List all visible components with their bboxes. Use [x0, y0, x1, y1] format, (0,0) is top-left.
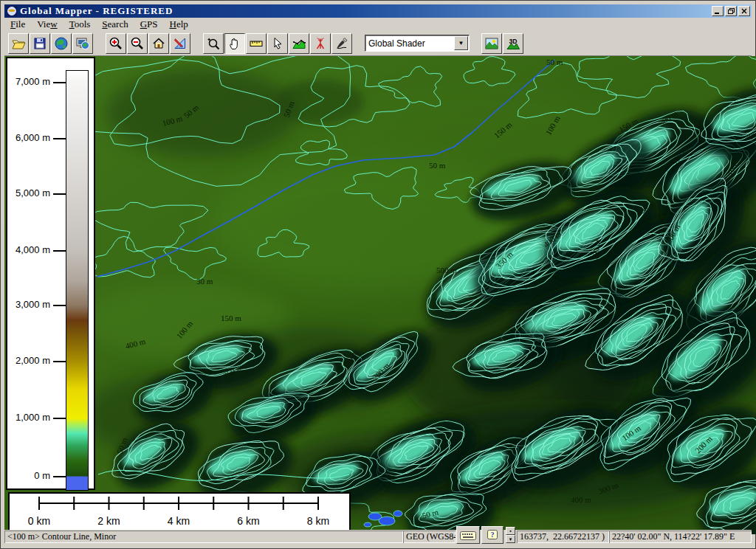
- open-file-icon: [11, 36, 26, 51]
- scale-bar-graphic: 0 km2 km4 km6 km8 km: [10, 494, 349, 530]
- toolbar-group-zoom: [106, 33, 191, 54]
- close-button[interactable]: [738, 6, 750, 16]
- legend-tick-line: [53, 82, 66, 83]
- zoom-in-button[interactable]: [106, 33, 126, 54]
- full-view-button[interactable]: [148, 33, 169, 54]
- minimize-icon: [715, 9, 721, 14]
- path-profile-tool-icon: [292, 36, 306, 51]
- toolbar-group-3d: 3D: [481, 33, 524, 54]
- restore-button[interactable]: [725, 6, 737, 16]
- zoom-tool-button[interactable]: [203, 33, 224, 54]
- spinner-up-button[interactable]: ▪: [506, 527, 515, 535]
- digitizer-tool-icon: [334, 36, 349, 51]
- status-bar: <100 m> Contour Line, Minor GEO (WGS84 ?…: [4, 530, 752, 545]
- menu-help[interactable]: Help: [164, 18, 194, 31]
- title-bar[interactable]: Global Mapper - REGISTERED: [4, 4, 752, 18]
- pick-tool-icon: [270, 36, 285, 51]
- menu-gps[interactable]: GPS: [134, 18, 164, 31]
- map-view[interactable]: 50 m100 m50 m50 m50 m150 m100 m150 m300 …: [4, 56, 756, 534]
- contour-label: 500 m: [436, 266, 457, 274]
- legend-tick-label: 5,000 m: [7, 187, 50, 198]
- help-button[interactable]: ?: [481, 526, 504, 544]
- contour-label: 150 m: [221, 314, 241, 322]
- legend-tick-line: [53, 250, 66, 252]
- measure-tool-icon: [249, 36, 264, 51]
- overlay-control-center-icon: [75, 36, 90, 51]
- svg-text:0 km: 0 km: [28, 515, 50, 527]
- full-view-icon: [151, 36, 166, 51]
- gps-tool-button[interactable]: [310, 33, 331, 54]
- svg-text:2 km: 2 km: [97, 515, 120, 527]
- app-icon: [7, 6, 17, 16]
- scale-bar: 0 km2 km4 km6 km8 km: [8, 492, 351, 531]
- zoom-out-icon: [130, 36, 145, 51]
- svg-text:8 km: 8 km: [307, 515, 329, 527]
- legend-tick-label: 4,000 m: [7, 244, 50, 255]
- svg-text:4 km: 4 km: [168, 515, 190, 527]
- path-profile-tool-button[interactable]: [289, 33, 309, 54]
- legend-tick-line: [53, 138, 66, 139]
- save-button[interactable]: [30, 33, 50, 54]
- world-data-icon: [54, 36, 69, 51]
- zoom-to-scale-button[interactable]: [170, 33, 190, 54]
- status-coords-dms: 22?40' 02.00" N, 114?22' 17.89" E: [609, 531, 752, 543]
- zoom-out-button[interactable]: [127, 33, 148, 54]
- save-icon: [32, 36, 47, 51]
- gps-tool-icon: [313, 36, 328, 51]
- show-images-icon: [484, 36, 499, 51]
- contour-label: 50 m: [546, 58, 563, 66]
- pick-tool-button[interactable]: [267, 33, 288, 54]
- shader-dropdown-value: Global Shader: [365, 38, 454, 49]
- toolbar-group-tools: [203, 33, 353, 54]
- pan-tool-button[interactable]: [224, 33, 245, 54]
- open-file-button[interactable]: [8, 33, 29, 54]
- menu-view[interactable]: View: [31, 18, 63, 31]
- app-window: Global Mapper - REGISTERED FileViewTools…: [0, 0, 756, 549]
- legend-tick-line: [53, 476, 66, 477]
- svg-text:?: ?: [491, 531, 495, 539]
- keyboard-icon: [460, 530, 476, 540]
- overlay-control-center-button[interactable]: [72, 33, 93, 54]
- contour-label: 50 m: [429, 161, 446, 170]
- measure-tool-button[interactable]: [246, 33, 267, 54]
- svg-text:3D: 3D: [509, 37, 518, 44]
- view-3d-button[interactable]: 3D: [503, 33, 523, 54]
- close-icon: [741, 8, 747, 14]
- contour-label: 400 m: [571, 495, 591, 504]
- zoom-in-icon: [109, 36, 123, 51]
- legend-tick-label: 3,000 m: [7, 299, 50, 310]
- contour-label: 30 m: [196, 277, 213, 286]
- world-data-button[interactable]: [51, 33, 72, 54]
- show-images-button[interactable]: [481, 33, 502, 54]
- zoom-to-scale-icon: [173, 36, 188, 51]
- view-3d-icon: 3D: [506, 36, 520, 51]
- toolbar: Global Shader ▼ 3D: [4, 31, 752, 56]
- elevation-gradient-bar: [66, 70, 89, 491]
- menu-file[interactable]: File: [4, 18, 31, 31]
- toolbar-group-file: [8, 33, 94, 54]
- legend-tick-label: 7,000 m: [7, 76, 50, 87]
- pan-tool-icon: [227, 36, 242, 51]
- menu-search[interactable]: Search: [96, 18, 134, 31]
- svg-text:6 km: 6 km: [237, 515, 259, 527]
- map-container: 50 m100 m50 m50 m50 m150 m100 m150 m300 …: [4, 56, 756, 534]
- help-icon: ?: [487, 529, 498, 541]
- elevation-legend: 7,000 m6,000 m5,000 m4,000 m3,000 m2,000…: [6, 57, 95, 490]
- zoom-tool-icon: [206, 36, 221, 51]
- minimize-button[interactable]: [712, 6, 724, 16]
- legend-tick-label: 2,000 m: [7, 355, 50, 366]
- keyboard-button[interactable]: [456, 526, 480, 544]
- menu-tools[interactable]: Tools: [63, 18, 97, 31]
- digitizer-tool-button[interactable]: [331, 33, 352, 54]
- shader-dropdown[interactable]: Global Shader ▼: [365, 35, 470, 52]
- restore-icon: [728, 8, 735, 14]
- legend-tick-label: 0 m: [7, 470, 50, 481]
- chevron-down-icon[interactable]: ▼: [454, 36, 468, 50]
- status-projection: GEO (WGS84: [403, 531, 456, 543]
- spinner-down-button[interactable]: ▼: [506, 535, 515, 543]
- window-title: Global Mapper - REGISTERED: [20, 5, 710, 17]
- legend-tick-line: [53, 305, 66, 306]
- legend-tick-line: [53, 193, 66, 195]
- menu-bar: FileViewToolsSearchGPSHelp: [4, 18, 752, 31]
- status-message: <100 m> Contour Line, Minor: [4, 531, 403, 543]
